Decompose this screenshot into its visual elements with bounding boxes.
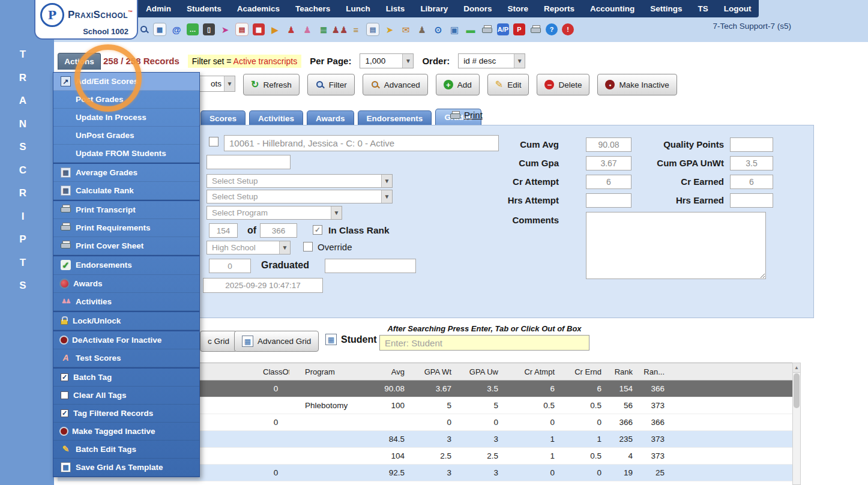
tab-scores[interactable]: Scores: [200, 110, 246, 125]
alert-icon[interactable]: !: [562, 23, 574, 35]
books-icon[interactable]: ≣: [318, 23, 330, 35]
student-red-icon[interactable]: ♟: [285, 23, 297, 35]
menu-item-unpost-grades[interactable]: UnPost Grades: [53, 127, 199, 145]
rank-field[interactable]: 154: [209, 223, 238, 238]
quality-points-value[interactable]: [730, 137, 773, 152]
monitor-icon[interactable]: ▣: [448, 23, 460, 35]
col-header-gpa-wt[interactable]: GPA Wt: [409, 363, 456, 381]
menu-item-update-from-students[interactable]: Update FROM Students: [53, 145, 199, 163]
chat-icon[interactable]: …: [187, 23, 199, 35]
nav-lists[interactable]: Lists: [378, 0, 413, 17]
col-header-program[interactable]: Program: [289, 363, 375, 381]
basic-grid-button[interactable]: c Grid: [200, 331, 237, 352]
clock-icon[interactable]: ⊙: [432, 23, 444, 35]
actions-button[interactable]: Actions: [58, 53, 101, 70]
menu-item-make-tagged-inactive[interactable]: Make Tagged Inactive: [53, 423, 199, 441]
menu-item-save-grid-as-template[interactable]: ▦Save Grid As Template: [53, 459, 199, 477]
menu-item-batch-tag[interactable]: Batch Tag: [53, 367, 199, 387]
announcement-icon[interactable]: ▶: [269, 23, 281, 35]
nav-donors[interactable]: Donors: [456, 0, 499, 17]
nav-accounting[interactable]: Accounting: [582, 0, 642, 17]
menu-item-print-requirements[interactable]: Print Requirements: [53, 219, 199, 237]
menu-item-post-grades[interactable]: Post Grades: [53, 91, 199, 109]
help-icon[interactable]: ?: [546, 23, 558, 35]
filter-button[interactable]: Filter: [307, 74, 355, 95]
email-at-icon[interactable]: @: [170, 23, 182, 35]
comments-textarea[interactable]: [586, 212, 766, 279]
tab-endorsements[interactable]: Endorsements: [358, 110, 432, 125]
cum-gpa-unwt-value[interactable]: 3.5: [730, 156, 773, 170]
hrs-earned-value[interactable]: [730, 193, 773, 208]
menu-item-add-edit-scores[interactable]: ↗Add/Edit Scores: [53, 73, 199, 91]
menu-item-batch-edit-tags[interactable]: ✎Batch Edit Tags: [53, 441, 199, 459]
nav-teachers[interactable]: Teachers: [288, 0, 338, 17]
menu-item-calculate-rank[interactable]: ▦Calculate Rank: [53, 182, 199, 200]
program-select[interactable]: Select Program▼: [206, 206, 342, 220]
menu-item-tag-filtered-records[interactable]: Tag Filtered Records: [53, 405, 199, 423]
newspaper-icon[interactable]: ▤: [235, 23, 249, 36]
calendar-grid-icon[interactable]: ▦: [153, 23, 166, 36]
menu-item-clear-all-tags[interactable]: Clear All Tags: [53, 387, 199, 405]
nav-reports[interactable]: Reports: [536, 0, 582, 17]
horn-icon[interactable]: ➤: [384, 23, 396, 35]
menu-item-average-grades[interactable]: ▦Average Grades: [53, 163, 199, 182]
menu-item-lock-unlock[interactable]: Lock/Unlock: [53, 311, 199, 330]
nav-logout[interactable]: Logout: [716, 0, 759, 17]
menu-item-deactivate-for-inactive[interactable]: DeActivate For Inactive: [53, 330, 199, 349]
calendar-icon[interactable]: ▦: [253, 23, 265, 35]
menu-item-test-scores[interactable]: ATest Scores: [53, 349, 199, 367]
grid-scrollbar[interactable]: ▲: [792, 363, 801, 485]
nav-admin[interactable]: Admin: [138, 0, 179, 17]
tab-awards[interactable]: Awards: [307, 110, 354, 125]
col-header-ran[interactable]: Ran...: [637, 363, 669, 381]
pdf-icon[interactable]: P: [513, 23, 525, 35]
school-level-select[interactable]: High School▼: [206, 241, 291, 255]
rank-total-field[interactable]: 366: [260, 223, 297, 238]
card-icon[interactable]: ▬: [465, 23, 477, 35]
ap-badge-icon[interactable]: A/P: [497, 23, 509, 35]
student-pink-icon[interactable]: ♟: [301, 23, 313, 35]
nav-students[interactable]: Students: [179, 0, 229, 17]
scroll-thumb[interactable]: [794, 373, 800, 408]
col-header-classof[interactable]: ClassOf: [262, 363, 289, 381]
nav-academics[interactable]: Academics: [229, 0, 288, 17]
print-link[interactable]: Print: [450, 110, 483, 120]
col-header-rank[interactable]: Rank: [606, 363, 637, 381]
grid-row[interactable]: 72210052Clover, BrysenCollege Prepar00: [58, 481, 792, 485]
nav-library[interactable]: Library: [412, 0, 456, 17]
zero-field[interactable]: 0: [209, 259, 251, 273]
scroll-up-button[interactable]: ▲: [793, 363, 800, 373]
mail-forward-icon[interactable]: ✉: [400, 23, 412, 35]
advanced-button[interactable]: Advanced: [363, 74, 428, 95]
edit-button[interactable]: ✎Edit: [487, 74, 529, 95]
cr-earned-value[interactable]: 6: [730, 175, 773, 189]
col-header-gpa-uw[interactable]: GPA Uw: [456, 363, 503, 381]
people-icon[interactable]: ♟♟: [334, 23, 346, 35]
delete-button[interactable]: −Delete: [537, 74, 589, 95]
col-header-cr-atmpt[interactable]: Cr Atmpt: [503, 363, 559, 381]
graduated-field[interactable]: [325, 259, 416, 273]
nav-store[interactable]: Store: [499, 0, 536, 17]
menu-item-print-cover-sheet[interactable]: Print Cover Sheet: [53, 237, 199, 255]
pin-icon[interactable]: ➤: [219, 23, 231, 35]
menu-item-endorsements[interactable]: ✓Endorsements: [53, 255, 199, 274]
nav-settings[interactable]: Settings: [642, 0, 690, 17]
order-select[interactable]: id # desc▼: [458, 53, 525, 68]
per-page-select[interactable]: 1,000▼: [360, 53, 414, 68]
search-icon[interactable]: [139, 25, 149, 34]
person-gray-icon[interactable]: ♟: [416, 23, 428, 35]
advanced-grid-button[interactable]: ▦Advanced Grid: [234, 331, 319, 352]
make-inactive-button[interactable]: ●Make Inactive: [597, 74, 677, 95]
nav-ts[interactable]: TS: [690, 0, 716, 17]
print-queue-icon[interactable]: [481, 23, 493, 35]
menu-item-awards[interactable]: Awards: [53, 275, 199, 293]
col-header-cr-ernd[interactable]: Cr Ernd: [559, 363, 606, 381]
add-button[interactable]: +Add: [436, 74, 480, 95]
menu-item-print-transcript[interactable]: Print Transcript: [53, 200, 199, 219]
timestamp-field[interactable]: 2025-09-29 10:47:17: [203, 278, 323, 293]
in-class-rank-checkbox[interactable]: [313, 225, 322, 235]
menu-item-update-in-process[interactable]: Update In Process: [53, 109, 199, 127]
col-header-avg[interactable]: Avg: [375, 363, 409, 381]
refresh-button[interactable]: ↻Refresh: [243, 74, 300, 95]
menu-item-activities[interactable]: ♟♟Activities: [53, 293, 199, 311]
